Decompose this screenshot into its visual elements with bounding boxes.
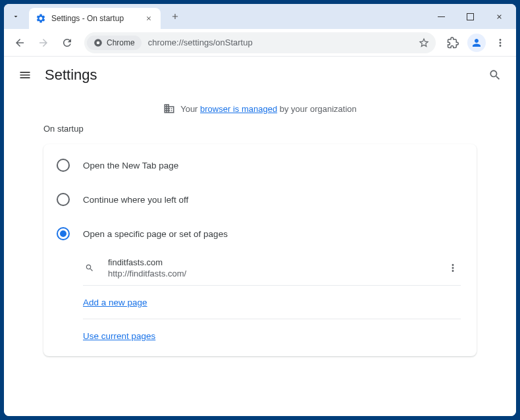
address-bar[interactable]: Chrome chrome://settings/onStartup [84,32,436,53]
settings-header: Settings [4,57,516,93]
chrome-icon [93,38,103,47]
close-window-button[interactable] [484,6,513,27]
page-url: http://finditfasts.com/ [108,269,442,278]
use-current-row: Use current pages [83,319,461,352]
radio-icon [57,193,70,206]
svg-point-3 [97,41,100,44]
add-page-row: Add a new page [83,286,461,319]
radio-label: Open a specific page or set of pages [83,229,228,239]
svg-rect-0 [438,16,445,17]
tab-title: Settings - On startup [51,14,143,23]
page-title: Settings [45,66,97,84]
profile-button[interactable] [466,32,487,53]
new-tab-button[interactable] [166,7,184,26]
svg-rect-1 [467,13,473,20]
hamburger-menu-button[interactable] [17,67,33,83]
radio-icon [57,227,70,240]
search-icon [83,263,96,273]
site-chip-label: Chrome [107,38,135,47]
section-title: On startup [43,124,477,134]
menu-button[interactable] [490,32,511,53]
back-button[interactable] [9,32,30,53]
tab-search-dropdown[interactable] [7,7,25,26]
domain-icon [163,103,175,115]
avatar-icon [467,34,486,52]
page-info: finditfasts.com http://finditfasts.com/ [108,257,442,278]
window-controls [427,6,513,27]
url-text: chrome://settings/onStartup [148,38,415,47]
radio-specific-pages[interactable]: Open a specific page or set of pages [43,217,477,251]
managed-text: Your browser is managed by your organiza… [180,104,357,114]
startup-card: Open the New Tab page Continue where you… [43,144,477,356]
on-startup-section: On startup Open the New Tab page Continu… [4,124,516,356]
bookmark-button[interactable] [415,34,433,52]
tab-close-button[interactable] [143,13,154,24]
maximize-button[interactable] [455,6,484,27]
page-more-button[interactable] [442,257,463,278]
toolbar: Chrome chrome://settings/onStartup [4,29,516,57]
extensions-button[interactable] [442,32,463,53]
managed-link[interactable]: browser is managed [200,104,277,114]
radio-icon [57,159,70,172]
titlebar: Settings - On startup [4,4,516,29]
startup-page-entry: finditfasts.com http://finditfasts.com/ [43,251,477,285]
managed-banner: Your browser is managed by your organiza… [4,93,516,124]
add-page-link[interactable]: Add a new page [83,298,147,307]
minimize-button[interactable] [427,6,455,27]
reload-button[interactable] [57,32,78,53]
radio-continue[interactable]: Continue where you left off [43,182,477,217]
radio-open-new-tab[interactable]: Open the New Tab page [43,148,477,182]
page-name: finditfasts.com [108,257,442,267]
content: Settings Your browser is managed by your… [4,57,516,416]
radio-label: Continue where you left off [83,195,188,205]
forward-button[interactable] [33,32,54,53]
browser-tab[interactable]: Settings - On startup [29,8,161,29]
radio-label: Open the New Tab page [83,161,178,171]
settings-icon [36,13,46,24]
use-current-link[interactable]: Use current pages [83,331,155,341]
search-settings-button[interactable] [487,67,503,83]
site-chip[interactable]: Chrome [87,36,142,50]
